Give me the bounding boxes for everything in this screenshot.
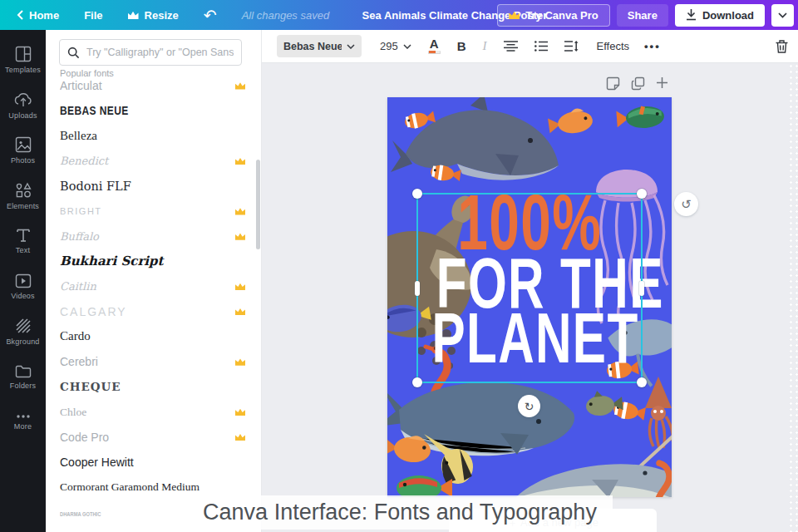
crown-icon xyxy=(509,11,520,19)
autosave-status: All changes saved xyxy=(242,9,330,22)
selection-handle-left[interactable] xyxy=(415,281,420,296)
resize-label: Resize xyxy=(145,9,179,22)
premium-crown-icon xyxy=(235,308,245,315)
font-list-item[interactable]: Chloe xyxy=(46,399,257,424)
sidebar-item-more[interactable]: More xyxy=(0,400,46,446)
premium-crown-icon xyxy=(235,157,245,165)
font-list-item[interactable]: Bukhari Script xyxy=(46,249,257,273)
font-search-input[interactable] xyxy=(86,47,234,58)
font-name: Caitlin xyxy=(60,280,235,293)
download-options-button[interactable] xyxy=(771,4,794,27)
selection-handle-top-left[interactable] xyxy=(412,189,422,199)
premium-crown-icon xyxy=(235,283,245,290)
effects-button[interactable]: Effects xyxy=(597,40,630,52)
font-list-item[interactable]: Buffalo xyxy=(46,224,257,249)
more-options-button[interactable]: ••• xyxy=(644,40,661,52)
font-list-item[interactable]: Cooper Hewitt xyxy=(46,450,257,475)
font-list-item[interactable]: Cardo xyxy=(46,324,257,349)
align-center-button[interactable] xyxy=(504,41,518,52)
font-list: ArticulatBEBAS NEUEBellezaBenedictBodoni… xyxy=(46,73,257,532)
share-label: Share xyxy=(628,9,658,22)
add-page-icon-button[interactable] xyxy=(656,76,668,91)
rotate-handle[interactable]: ↻ xyxy=(518,395,540,417)
font-size-value: 295 xyxy=(380,40,398,52)
text-color-button[interactable]: A xyxy=(428,38,441,54)
premium-crown-icon xyxy=(235,358,245,366)
selection-handle-bottom-left[interactable] xyxy=(412,377,422,387)
premium-crown-icon xyxy=(235,408,245,416)
chevron-left-icon xyxy=(17,10,23,20)
download-label: Download xyxy=(702,9,754,22)
font-name: Bodoni FLF xyxy=(60,180,245,193)
plus-icon xyxy=(656,76,668,89)
font-list-item[interactable]: BRIGHT xyxy=(46,199,257,224)
bullet-list-button[interactable] xyxy=(534,41,548,52)
sidebar-item-label: Text xyxy=(16,246,30,254)
caption-overlay: Canva Interface: Fonts and Typography xyxy=(187,495,613,530)
font-list-item[interactable]: Cerebri xyxy=(46,349,257,374)
font-name: CHEQUE xyxy=(60,380,245,393)
font-name: Belleza xyxy=(60,129,245,143)
font-family-select[interactable]: Bebas Neue xyxy=(277,35,362,57)
resize-button[interactable]: Resize xyxy=(128,9,179,22)
sidebar-nav: TemplatesUploadsPhotosElementsTextVideos… xyxy=(0,30,46,532)
delete-button[interactable] xyxy=(776,40,788,53)
line-spacing-button[interactable] xyxy=(564,41,579,52)
font-list-item[interactable]: Bodoni FLF xyxy=(46,174,257,199)
sidebar-item-label: Photos xyxy=(11,156,35,165)
try-canva-pro-button[interactable]: Try Canva Pro xyxy=(497,4,609,27)
sidebar-item-photos[interactable]: Photos xyxy=(0,128,46,174)
sidebar-item-bkground[interactable]: Bkground xyxy=(0,309,46,355)
selection-handle-top-right[interactable] xyxy=(637,189,647,199)
videos-icon xyxy=(15,273,32,288)
font-size-select[interactable]: 295 xyxy=(380,40,411,52)
file-label: File xyxy=(84,9,102,22)
font-list-item[interactable]: CALGARY xyxy=(46,299,257,324)
sidebar-item-videos[interactable]: Videos xyxy=(0,264,46,310)
chevron-down-icon xyxy=(778,12,787,18)
elements-icon xyxy=(15,182,32,199)
font-list-item[interactable]: Benedict xyxy=(46,149,257,174)
font-list-item[interactable]: Code Pro xyxy=(46,425,257,450)
notes-button[interactable] xyxy=(606,76,620,91)
font-list-item[interactable]: Articulat xyxy=(46,73,257,98)
font-list-item[interactable]: Caitlin xyxy=(46,274,257,299)
uploads-icon xyxy=(14,91,32,108)
text-toolbar: Bebas Neue 295 A B I Effects ••• xyxy=(262,30,798,63)
sidebar-item-templates[interactable]: Templates xyxy=(0,37,46,83)
font-list-item[interactable]: BEBAS NEUE xyxy=(46,98,257,123)
canvas-workspace[interactable]: 100% FOR THE PLANET ↻ ↺ ＋ Add a new page xyxy=(262,63,798,532)
font-name: Chloe xyxy=(60,406,235,419)
undo-button[interactable]: ↶ xyxy=(204,6,217,25)
file-button[interactable]: File xyxy=(84,9,102,22)
share-button[interactable]: Share xyxy=(617,4,668,27)
font-list-item[interactable]: CHEQUE xyxy=(46,374,257,399)
chevron-down-icon xyxy=(403,44,411,49)
font-name: BRIGHT xyxy=(60,206,235,216)
top-bar: Home File Resize ↶ All changes saved Sea… xyxy=(0,0,798,30)
panel-scrollbar[interactable] xyxy=(256,160,260,249)
selection-handle-bottom-right[interactable] xyxy=(637,377,647,387)
italic-button[interactable]: I xyxy=(483,39,487,53)
cycle-suggestions-button[interactable]: ↺ xyxy=(674,192,698,216)
download-button[interactable]: Download xyxy=(675,4,765,27)
duplicate-page-button[interactable] xyxy=(631,76,645,91)
notes-icon xyxy=(606,76,620,91)
font-list-item[interactable]: Belleza xyxy=(46,123,257,148)
background-icon xyxy=(15,318,32,334)
sidebar-item-label: More xyxy=(14,422,32,431)
templates-icon xyxy=(15,46,32,62)
bold-button[interactable]: B xyxy=(457,39,466,53)
home-button[interactable]: Home xyxy=(17,9,59,22)
crown-icon xyxy=(128,11,139,19)
sidebar-item-label: Videos xyxy=(11,292,35,300)
sidebar-item-uploads[interactable]: Uploads xyxy=(0,83,46,129)
sidebar-item-text[interactable]: Text xyxy=(0,219,46,264)
align-center-icon xyxy=(504,41,518,52)
sidebar-item-elements[interactable]: Elements xyxy=(0,174,46,219)
try-pro-label: Try Canva Pro xyxy=(525,9,598,22)
text-color-swatch xyxy=(428,51,441,54)
sidebar-item-folders[interactable]: Folders xyxy=(0,355,46,401)
selection-handle-right[interactable] xyxy=(639,281,644,296)
text-selection-box[interactable] xyxy=(416,193,643,383)
